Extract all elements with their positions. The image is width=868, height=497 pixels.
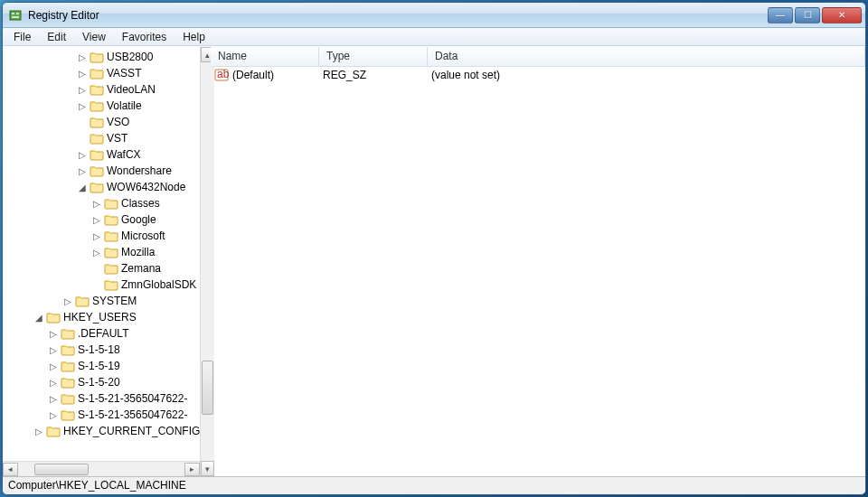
tree-item[interactable]: ▷HKEY_CURRENT_CONFIG (3, 423, 200, 439)
tree-item-label: HKEY_USERS (63, 311, 137, 324)
tree-item[interactable]: ▷.DEFAULT (3, 325, 200, 342)
expand-icon[interactable]: ▷ (75, 52, 90, 62)
client-area: ▷USB2800▷VASST▷VideoLAN▷VolatileVSOVST▷W… (3, 46, 865, 476)
expand-icon[interactable]: ▷ (90, 248, 104, 258)
scroll-left-icon[interactable]: ◂ (3, 463, 18, 476)
tree-item[interactable]: ▷S-1-5-21-3565047622- (3, 407, 200, 423)
menu-file[interactable]: File (6, 29, 38, 45)
tree-item[interactable]: ◢HKEY_USERS (3, 309, 200, 325)
folder-icon (61, 359, 75, 373)
scroll-track[interactable] (201, 62, 214, 461)
expand-icon[interactable]: ▷ (75, 69, 90, 79)
tree-view[interactable]: ▷USB2800▷VASST▷VideoLAN▷VolatileVSOVST▷W… (3, 47, 200, 461)
value-type: REG_SZ (323, 69, 431, 81)
tree-item[interactable]: VSO (3, 114, 200, 130)
expand-icon[interactable]: ▷ (46, 378, 61, 388)
list-body[interactable]: ab(Default)REG_SZ(value not set) (211, 67, 865, 476)
expand-icon[interactable]: ▷ (61, 296, 75, 306)
desktop-background: Registry Editor ― ☐ ✕ File Edit View Fav… (0, 0, 868, 497)
svg-text:ab: ab (217, 68, 229, 80)
expand-icon[interactable]: ▷ (32, 427, 46, 436)
value-data: (value not set) (431, 69, 500, 81)
tree-item-label: HKEY_CURRENT_CONFIG (63, 425, 200, 437)
folder-icon (61, 342, 75, 357)
folder-icon (75, 294, 90, 308)
folder-icon (46, 424, 61, 438)
scroll-thumb[interactable] (34, 464, 89, 475)
statusbar-path: Computer\HKEY_LOCAL_MACHINE (8, 479, 186, 492)
col-name[interactable]: Name (211, 47, 319, 66)
scroll-thumb[interactable] (202, 361, 213, 415)
expand-icon[interactable]: ▷ (46, 361, 61, 371)
expand-icon[interactable]: ▷ (90, 199, 104, 209)
folder-icon (104, 245, 118, 259)
tree-item[interactable]: ▷Mozilla (3, 244, 200, 260)
tree-item[interactable]: VST (3, 130, 200, 146)
col-data[interactable]: Data (428, 47, 865, 66)
scroll-track[interactable] (18, 463, 184, 476)
tree-v-scrollbar[interactable]: ▴ ▾ (200, 47, 214, 476)
tree-item[interactable]: ▷Volatile (3, 98, 200, 114)
tree-item-label: ZmnGlobalSDK (121, 278, 196, 291)
folder-icon (104, 277, 118, 292)
folder-icon (90, 115, 104, 129)
expand-icon[interactable]: ◢ (32, 313, 46, 323)
expand-icon[interactable]: ▷ (46, 410, 61, 420)
expand-icon[interactable]: ◢ (75, 183, 90, 192)
tree-item-label: VideoLAN (107, 83, 156, 96)
tree-item[interactable]: ▷Classes (3, 195, 200, 211)
tree-item[interactable]: ▷SYSTEM (3, 293, 200, 309)
expand-icon[interactable]: ▷ (75, 85, 90, 95)
tree-item[interactable]: ▷Google (3, 211, 200, 228)
tree-item[interactable]: ▷VideoLAN (3, 81, 200, 98)
tree-item-label: VSO (107, 116, 129, 128)
menu-help[interactable]: Help (175, 29, 212, 45)
tree-item[interactable]: ▷VASST (3, 65, 200, 81)
expand-icon[interactable]: ▷ (46, 394, 61, 404)
tree-item[interactable]: ▷S-1-5-21-3565047622- (3, 390, 200, 407)
expand-icon[interactable]: ▷ (46, 345, 61, 355)
tree-item-label: USB2800 (107, 51, 153, 63)
maximize-button[interactable]: ☐ (795, 7, 820, 23)
menu-favorites[interactable]: Favorites (115, 29, 174, 45)
tree-item[interactable]: Zemana (3, 260, 200, 277)
tree-item-label: Classes (121, 197, 160, 210)
expand-icon[interactable]: ▷ (46, 329, 61, 339)
menu-view[interactable]: View (75, 29, 113, 45)
scroll-right-icon[interactable]: ▸ (184, 463, 200, 476)
folder-icon (90, 147, 104, 162)
tree-item[interactable]: ▷S-1-5-19 (3, 358, 200, 374)
close-button[interactable]: ✕ (822, 7, 862, 23)
tree-item[interactable]: ▷USB2800 (3, 49, 200, 65)
folder-icon (104, 196, 118, 211)
list-row[interactable]: ab(Default)REG_SZ(value not set) (211, 67, 865, 83)
tree-h-scrollbar[interactable]: ◂ ▸ (3, 461, 200, 476)
tree-item-label: WOW6432Node (107, 181, 185, 193)
menubar: File Edit View Favorites Help (3, 28, 865, 46)
col-type[interactable]: Type (319, 47, 428, 66)
expand-icon[interactable]: ▷ (90, 215, 104, 225)
minimize-button[interactable]: ― (768, 7, 793, 23)
tree-item-label: .DEFAULT (78, 327, 128, 340)
tree-item[interactable]: ▷Microsoft (3, 228, 200, 244)
menu-edit[interactable]: Edit (40, 29, 73, 45)
folder-icon (104, 261, 118, 276)
tree-item[interactable]: ◢WOW6432Node (3, 179, 200, 195)
svg-rect-2 (16, 13, 19, 14)
tree-item-label: S-1-5-18 (78, 343, 120, 356)
tree-item[interactable]: ZmnGlobalSDK (3, 277, 200, 293)
tree-item[interactable]: ▷S-1-5-20 (3, 374, 200, 390)
tree-item[interactable]: ▷WafCX (3, 146, 200, 163)
folder-icon (90, 50, 104, 64)
tree-item[interactable]: ▷S-1-5-18 (3, 342, 200, 358)
tree-item[interactable]: ▷Wondershare (3, 163, 200, 179)
window-controls: ― ☐ ✕ (768, 7, 862, 23)
expand-icon[interactable]: ▷ (75, 166, 90, 176)
titlebar[interactable]: Registry Editor ― ☐ ✕ (3, 3, 865, 28)
expand-icon[interactable]: ▷ (90, 231, 104, 241)
tree-item-label: S-1-5-19 (78, 360, 120, 372)
expand-icon[interactable]: ▷ (75, 150, 90, 160)
expand-icon[interactable]: ▷ (75, 101, 90, 111)
folder-icon (46, 310, 61, 324)
tree-panel: ▷USB2800▷VASST▷VideoLAN▷VolatileVSOVST▷W… (3, 47, 211, 476)
